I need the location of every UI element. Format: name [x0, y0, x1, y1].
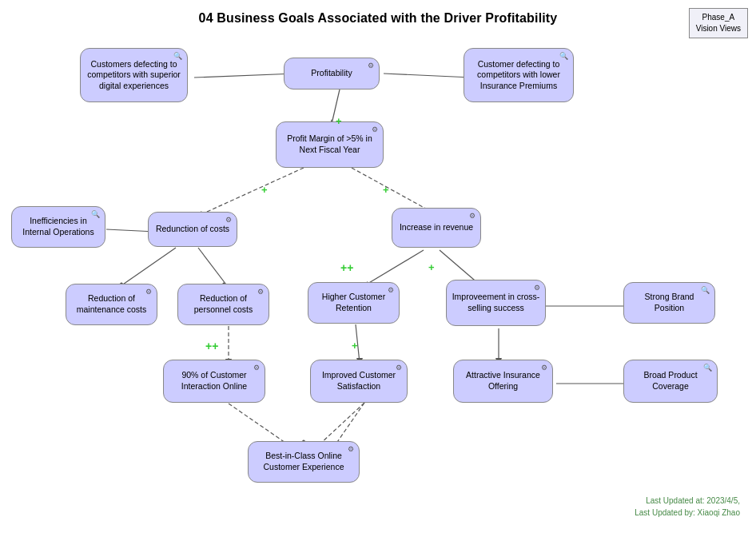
node-increase-revenue[interactable]: Increase in revenue ⚙ — [392, 208, 481, 248]
plus-improved-sat: + — [352, 340, 358, 352]
node-best-in-class[interactable]: Best-in-Class Online Customer Experience… — [248, 441, 360, 483]
svg-line-9 — [118, 248, 176, 288]
gear-icon: ⚙ — [348, 445, 354, 455]
node-reduction-maintenance[interactable]: Reduction of maintenance costs ⚙ — [66, 284, 157, 325]
footer: Last Updated at: 2023/4/5, Last Updated … — [635, 495, 740, 519]
node-profitability[interactable]: Profitability ⚙ — [284, 58, 380, 89]
node-ninety-percent[interactable]: 90% of Customer Interaction Online ⚙ — [163, 360, 265, 403]
node-broad-product[interactable]: Broad Product Coverage 🔍 — [623, 360, 718, 403]
search-icon: 🔍 — [91, 210, 100, 220]
gear-icon: ⚙ — [534, 284, 540, 293]
gear-icon: ⚙ — [145, 288, 152, 297]
search-icon: 🔍 — [559, 52, 568, 62]
node-customers-defecting-digital[interactable]: Customers defecting to competitors with … — [80, 48, 188, 102]
plus-reduction-costs: + — [261, 184, 268, 196]
svg-line-13 — [364, 250, 424, 286]
plus-profit-margin: + — [336, 115, 342, 127]
node-profit-margin[interactable]: Profit Margin of >5% in Next Fiscal Year… — [276, 121, 384, 168]
gear-icon: ⚙ — [396, 364, 402, 373]
svg-line-27 — [229, 404, 288, 444]
node-inefficiencies[interactable]: Inefficiencies in Internal Operations 🔍 — [11, 206, 105, 248]
svg-line-11 — [198, 248, 229, 288]
node-attractive-offering[interactable]: Attractive Insurance Offering ⚙ — [453, 360, 553, 403]
gear-icon: ⚙ — [469, 212, 475, 221]
plus-plus-retention: ++ — [340, 261, 353, 274]
phase-line2: Vision Views — [696, 23, 741, 34]
node-higher-retention[interactable]: Higher Customer Retention ⚙ — [308, 282, 400, 324]
gear-icon: ⚙ — [253, 364, 260, 373]
gear-icon: ⚙ — [541, 364, 547, 373]
gear-icon: ⚙ — [388, 286, 394, 296]
node-improvement-cross[interactable]: Improveement in cross-selling success ⚙ — [446, 280, 546, 326]
phase-badge: Phase_A Vision Views — [689, 8, 748, 38]
page-container: 04 Business Goals Associated with the Dr… — [0, 0, 756, 533]
footer-line1: Last Updated at: 2023/4/5, — [635, 495, 740, 507]
svg-line-26 — [336, 403, 364, 444]
gear-icon: ⚙ — [372, 125, 378, 135]
node-improved-satisfaction[interactable]: Improved Customer Satisfaction ⚙ — [310, 360, 408, 403]
plus-cross-selling: + — [428, 261, 435, 273]
page-title: 04 Business Goals Associated with the Dr… — [0, 0, 756, 32]
svg-line-4 — [198, 168, 304, 216]
node-reduction-costs[interactable]: Redunction of costs ⚙ — [148, 212, 237, 247]
svg-line-0 — [194, 74, 296, 78]
svg-line-1 — [384, 74, 472, 78]
node-strong-brand[interactable]: Strong Brand Position 🔍 — [623, 282, 715, 324]
node-customer-defecting-insurance[interactable]: Customer defecting to competitors with l… — [464, 48, 574, 102]
plus-plus-ninety: ++ — [205, 340, 218, 352]
search-icon: 🔍 — [173, 52, 182, 62]
phase-line1: Phase_A — [696, 12, 741, 23]
search-icon: 🔍 — [701, 286, 710, 296]
node-reduction-personnel[interactable]: Reduction of personnel costs ⚙ — [177, 284, 269, 325]
gear-icon: ⚙ — [225, 216, 232, 225]
footer-line2: Last Updated by: Xiaoqi Zhao — [635, 507, 740, 519]
gear-icon: ⚙ — [368, 62, 374, 71]
gear-icon: ⚙ — [257, 288, 264, 297]
plus-increase-rev: + — [383, 184, 389, 196]
search-icon: 🔍 — [703, 364, 712, 373]
svg-line-6 — [352, 168, 432, 212]
svg-line-25 — [320, 403, 364, 444]
